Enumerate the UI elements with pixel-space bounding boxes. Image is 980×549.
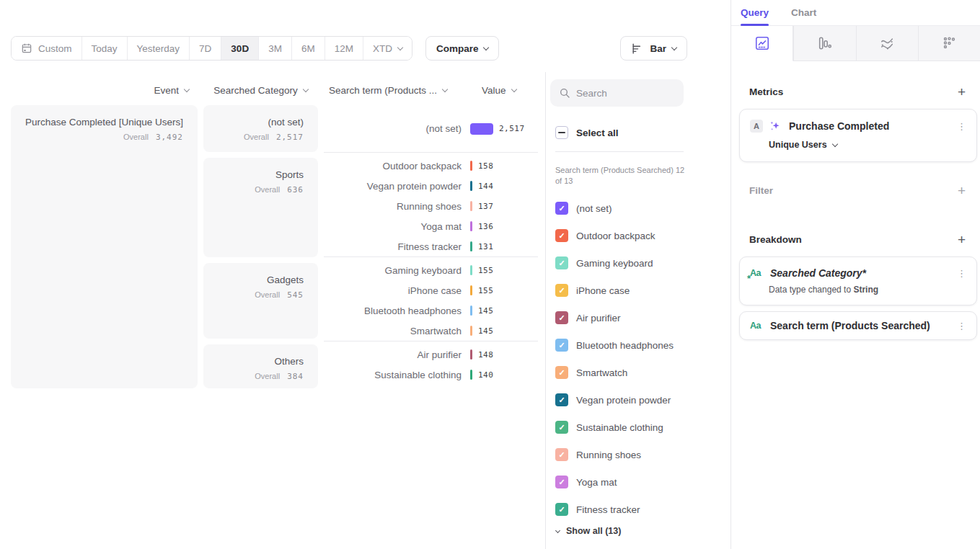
term-row[interactable]: Gaming keyboard155 xyxy=(324,260,538,280)
date-range-7d[interactable]: 7D xyxy=(190,37,221,60)
checkbox-item[interactable]: Running shoes xyxy=(546,441,730,468)
date-range-3m[interactable]: 3M xyxy=(259,37,292,60)
term-row[interactable]: Sustainable clothing140 xyxy=(324,365,538,385)
checkbox-checked[interactable] xyxy=(555,476,568,488)
checkbox-item[interactable]: Sustainable clothing xyxy=(546,414,730,441)
checkbox-checked[interactable] xyxy=(555,256,568,269)
checkbox-checked[interactable] xyxy=(555,448,568,461)
checkbox-checked[interactable] xyxy=(555,311,568,324)
date-range-yesterday[interactable]: Yesterday xyxy=(128,37,190,60)
funnels-icon xyxy=(817,35,833,51)
term-row[interactable]: Bluetooth headphones145 xyxy=(324,300,538,321)
term-label: Fitness tracker xyxy=(324,241,462,252)
column-header-event[interactable]: Event xyxy=(11,82,198,98)
search-input[interactable] xyxy=(576,88,670,99)
checkbox-checked[interactable] xyxy=(555,393,568,406)
checkbox-item[interactable]: Air purifier xyxy=(546,304,730,331)
metric-card[interactable]: A Purchase Completed Unique Users xyxy=(739,109,977,162)
term-row[interactable]: Vegan protein powder144 xyxy=(324,176,538,196)
tab-query[interactable]: Query xyxy=(741,0,769,25)
breakdown-heading: Breakdown xyxy=(749,234,802,245)
column-header-search-term[interactable]: Search term (Products ... xyxy=(329,82,447,98)
category-cell[interactable]: (not set)Overall2,517 xyxy=(203,105,318,152)
checkbox-checked[interactable] xyxy=(555,366,568,379)
breakdown-card-searched-category[interactable]: Aa Searched Category* Data type changed … xyxy=(739,256,977,305)
column-header-value[interactable]: Value xyxy=(482,82,516,98)
checkbox-item[interactable]: Smartwatch xyxy=(546,359,730,386)
date-range-today[interactable]: Today xyxy=(82,37,128,60)
tab-insights[interactable] xyxy=(731,26,793,61)
date-range-custom[interactable]: Custom xyxy=(12,37,82,60)
value-label: 155 xyxy=(478,266,493,275)
add-metric-icon[interactable] xyxy=(958,85,966,99)
category-name: Sports xyxy=(203,169,304,182)
checkbox-item[interactable]: Yoga mat xyxy=(546,468,730,496)
checkbox-checked[interactable] xyxy=(555,202,568,215)
checkbox-item[interactable]: (not set) xyxy=(546,195,730,222)
checkbox-checked[interactable] xyxy=(555,229,568,242)
checkbox-label: Sustainable clothing xyxy=(576,422,663,433)
event-cell[interactable]: Purchase Completed [Unique Users] Overal… xyxy=(11,105,198,388)
retention-icon xyxy=(941,35,957,51)
compare-label: Compare xyxy=(436,43,479,54)
tab-retention[interactable] xyxy=(918,26,980,61)
checkbox-checked[interactable] xyxy=(555,339,568,352)
compare-button[interactable]: Compare xyxy=(425,36,500,61)
checkbox-checked[interactable] xyxy=(555,503,568,516)
tab-funnels[interactable] xyxy=(793,26,855,61)
term-row[interactable]: Smartwatch145 xyxy=(324,321,538,341)
checkbox-item[interactable]: Gaming keyboard xyxy=(546,249,730,277)
date-range-30d[interactable]: 30D xyxy=(221,37,259,60)
kebab-menu-icon[interactable] xyxy=(957,122,966,131)
checkbox-label: Air purifier xyxy=(576,313,621,323)
checkbox-item[interactable]: Outdoor backpack xyxy=(546,222,730,249)
kebab-menu-icon[interactable] xyxy=(957,269,966,278)
category-name: (not set) xyxy=(203,116,304,129)
checkbox-checked[interactable] xyxy=(555,421,568,434)
term-group: Outdoor backpack158Vegan protein powder1… xyxy=(324,153,538,256)
category-cell[interactable]: OthersOverall384 xyxy=(203,344,318,388)
category-cell[interactable]: GadgetsOverall545 xyxy=(203,263,318,339)
date-range-12m[interactable]: 12M xyxy=(325,37,363,60)
search-box[interactable] xyxy=(550,79,684,107)
chevron-down-icon xyxy=(302,86,308,92)
column-header-searched-category[interactable]: Searched Category xyxy=(203,82,318,98)
date-range-label: XTD xyxy=(373,43,392,54)
value-bar xyxy=(470,370,472,380)
checkbox-item[interactable]: iPhone case xyxy=(546,277,730,304)
event-overall: Overall3,492 xyxy=(11,130,183,143)
chart-type-button[interactable]: Bar xyxy=(620,36,687,61)
term-row[interactable]: Running shoes137 xyxy=(324,196,538,216)
value-bar xyxy=(470,181,472,191)
term-row[interactable]: (not set)2,517 xyxy=(324,105,538,152)
breakdown-card-search-term[interactable]: Aa Search term (Products Searched) xyxy=(739,311,977,340)
date-range-6m[interactable]: 6M xyxy=(292,37,325,60)
app-root: CustomTodayYesterday7D30D3M6M12MXTD Comp… xyxy=(0,0,980,549)
tab-flows[interactable] xyxy=(856,26,918,61)
term-row[interactable]: Yoga mat136 xyxy=(324,216,538,236)
term-row[interactable]: Outdoor backpack158 xyxy=(324,156,538,176)
category-cell[interactable]: SportsOverall636 xyxy=(203,158,318,257)
tab-chart[interactable]: Chart xyxy=(791,0,816,25)
checkbox-checked[interactable] xyxy=(555,284,568,297)
metric-aggregation-dropdown[interactable]: Unique Users xyxy=(769,140,966,150)
toolbar: CustomTodayYesterday7D30D3M6M12MXTD Comp… xyxy=(11,36,687,61)
term-row[interactable]: iPhone case155 xyxy=(324,280,538,300)
overall-label: Overall xyxy=(123,133,149,141)
kebab-menu-icon[interactable] xyxy=(957,321,966,331)
date-range-label: 12M xyxy=(335,43,353,54)
date-range-xtd[interactable]: XTD xyxy=(363,37,412,60)
term-row[interactable]: Air purifier148 xyxy=(324,344,538,365)
term-row[interactable]: Fitness tracker131 xyxy=(324,236,538,256)
checkbox-item[interactable]: Bluetooth headphones xyxy=(546,331,730,359)
add-filter-icon[interactable] xyxy=(958,184,966,197)
add-breakdown-icon[interactable] xyxy=(958,233,966,246)
checkbox-item[interactable]: Fitness tracker xyxy=(546,496,730,523)
select-all-checkbox-indeterminate[interactable] xyxy=(555,126,568,139)
select-all-row[interactable]: Select all xyxy=(555,126,730,139)
checkbox-item[interactable]: Vegan protein powder xyxy=(546,386,730,414)
column-header-label: Value xyxy=(482,85,506,96)
value-label: 144 xyxy=(478,182,493,191)
show-all-link[interactable]: Show all (13) xyxy=(556,526,730,536)
term-label: Smartwatch xyxy=(324,326,462,336)
